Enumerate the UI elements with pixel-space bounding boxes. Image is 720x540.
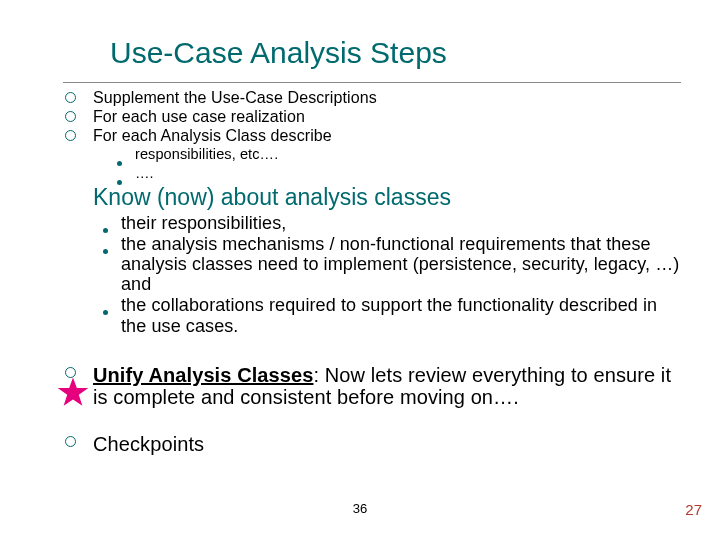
subbullet-responsibilities: responsibilities, etc…. [63, 146, 693, 164]
bullet-text: responsibilities, etc…. [135, 146, 278, 162]
title-rule [63, 82, 681, 83]
bullet-text: For each use case realization [93, 108, 305, 126]
bullet-each-realization: For each use case realization [63, 108, 693, 126]
bullet-text: …. [135, 165, 154, 181]
dot-icon [99, 295, 121, 313]
subheading-know: Know (now) about analysis classes [93, 185, 693, 210]
bullet-text: the analysis mechanisms / non-functional… [121, 234, 681, 294]
bullet-text: Checkpoints [93, 433, 204, 455]
dot-icon [113, 146, 135, 164]
dot-icon [113, 165, 135, 183]
page-number-right: 27 [685, 501, 702, 518]
bullet-unify: Unify Analysis Classes: Now lets review … [63, 364, 693, 409]
slide-title: Use-Case Analysis Steps [110, 36, 447, 70]
subbullet-etc: …. [63, 165, 693, 183]
dot-icon [99, 234, 121, 252]
know-bullet-2: the analysis mechanisms / non-functional… [63, 234, 693, 294]
bullet-text: Supplement the Use-Case Descriptions [93, 89, 377, 107]
bullet-text: their responsibilities, [121, 213, 286, 233]
bullet-text: For each Analysis Class describe [93, 127, 332, 145]
content-column: Supplement the Use-Case Descriptions For… [63, 88, 693, 455]
bullet-text: the collaborations required to support t… [121, 295, 681, 335]
bullet-text: Unify Analysis Classes: Now lets review … [93, 364, 673, 409]
bullet-supplement: Supplement the Use-Case Descriptions [63, 89, 693, 107]
slide: Use-Case Analysis Steps Supplement the U… [0, 0, 720, 540]
dot-icon [99, 213, 121, 231]
circle-icon [63, 433, 93, 449]
star-icon [56, 376, 90, 410]
know-bullet-1: their responsibilities, [63, 213, 693, 233]
svg-marker-0 [58, 377, 89, 405]
circle-icon [63, 108, 93, 124]
page-number-center: 36 [0, 501, 720, 516]
know-bullet-3: the collaborations required to support t… [63, 295, 693, 335]
bullet-each-analysis-class: For each Analysis Class describe [63, 127, 693, 145]
circle-icon [63, 127, 93, 143]
circle-icon [63, 89, 93, 105]
unify-lead: Unify Analysis Classes [93, 364, 313, 386]
bullet-checkpoints: Checkpoints [63, 433, 693, 455]
